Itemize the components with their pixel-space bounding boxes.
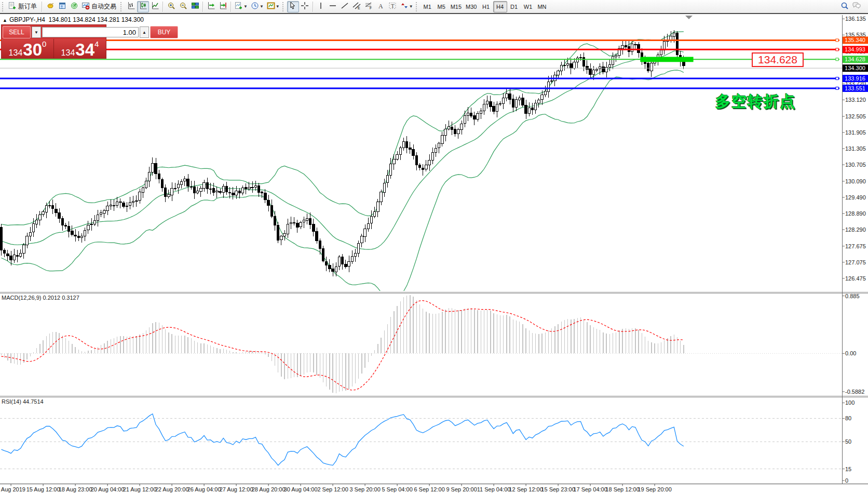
chart-shift-button[interactable] <box>217 1 229 12</box>
bar-chart-icon <box>127 2 135 12</box>
trendline-icon <box>341 2 349 12</box>
candlestick-chart-button[interactable] <box>137 1 149 12</box>
one-click-trading-panel: SELL ▼ ▲ BUY 134300 134344 <box>1 24 106 59</box>
svg-text:130.705: 130.705 <box>845 162 866 168</box>
symbol-name: GBPJPY-,H4 <box>9 16 45 23</box>
dropdown-caret-icon: ▼ <box>243 4 248 9</box>
chart-shift-icon <box>219 2 227 12</box>
support-zone-rectangle[interactable] <box>640 57 693 62</box>
time-axis[interactable]: 4 Aug 201915 Aug 12:0018 Aug 23:0020 Aug… <box>0 484 672 493</box>
indicators-button[interactable]: ▼ <box>233 1 249 12</box>
chat-button[interactable] <box>850 1 863 12</box>
crosshair-icon <box>301 2 309 12</box>
crosshair-button[interactable] <box>299 1 311 12</box>
svg-text:15 Sep 23:00: 15 Sep 23:00 <box>541 486 575 492</box>
price-level-badge-text: 133.551 <box>845 85 865 91</box>
vertical-line-button[interactable] <box>315 1 327 12</box>
toolbar-grip <box>2 2 5 11</box>
timeframe-MN[interactable]: MN <box>535 1 549 12</box>
svg-text:E: E <box>358 6 360 9</box>
buy-button[interactable]: BUY <box>150 26 178 38</box>
trendline-button[interactable] <box>339 1 351 12</box>
arrows-button[interactable]: ▼ <box>399 1 415 12</box>
equidistant-channel-button[interactable]: E <box>351 1 363 12</box>
level-endpoint-marker[interactable] <box>836 58 838 61</box>
zoom-out-button[interactable] <box>177 1 189 12</box>
templates-button[interactable]: ▼ <box>265 1 281 12</box>
sell-price[interactable]: 134300 <box>2 39 54 58</box>
search-button[interactable] <box>838 1 850 12</box>
blue-window-button[interactable] <box>56 1 68 12</box>
volume-increase-button[interactable]: ▲ <box>140 26 149 38</box>
fibonacci-button[interactable]: F <box>363 1 375 12</box>
bar-chart-button[interactable] <box>125 1 137 12</box>
svg-text:A: A <box>378 2 383 9</box>
volume-input[interactable] <box>42 27 139 37</box>
line-chart-icon <box>151 2 159 12</box>
collapse-panel-icon[interactable]: ▲ <box>3 18 7 23</box>
autotrading-label: 自动交易 <box>90 2 118 11</box>
turning-point-note[interactable]: 多空转折点 <box>715 91 796 112</box>
auto-scroll-button[interactable] <box>205 1 217 12</box>
chat-icon <box>852 2 861 12</box>
timeframe-W1[interactable]: W1 <box>521 1 535 12</box>
fibonacci-icon: F <box>364 2 373 12</box>
svg-text:128.890: 128.890 <box>845 210 866 217</box>
cursor-icon <box>289 2 297 12</box>
svg-text:28 Aug 20:00: 28 Aug 20:00 <box>252 486 286 492</box>
tile-windows-button[interactable] <box>189 1 201 12</box>
zoom-in-button[interactable] <box>165 1 177 12</box>
buy-price-sup: 4 <box>94 40 99 48</box>
level-endpoint-marker[interactable] <box>836 48 838 51</box>
macd-histogram <box>2 295 684 393</box>
equidistant-channel-icon: E <box>352 2 361 12</box>
horizontal-line-button[interactable] <box>327 1 339 12</box>
periods-button[interactable]: ▼ <box>249 1 265 12</box>
trade-panel-controls: SELL ▼ ▲ BUY <box>2 25 106 39</box>
toolbar-separator <box>162 2 164 12</box>
svg-text:11 Sep 04:00: 11 Sep 04:00 <box>477 486 511 492</box>
new-order-label: 新订单 <box>17 2 38 11</box>
svg-text:-0.5882: -0.5882 <box>845 389 864 395</box>
svg-text:0.00: 0.00 <box>845 350 856 356</box>
line-chart-button[interactable] <box>149 1 161 12</box>
text-button[interactable]: A <box>375 1 387 12</box>
price-level-badge-text: 133.916 <box>845 75 865 82</box>
timeframe-H4[interactable]: H4 <box>493 1 507 12</box>
sell-price-big: 30 <box>23 43 42 57</box>
level-endpoint-marker[interactable] <box>836 77 838 80</box>
text-label-button[interactable]: T <box>387 1 399 12</box>
arrows-icon <box>400 2 409 12</box>
level-endpoint-marker[interactable] <box>836 87 838 89</box>
timeframe-M15[interactable]: M15 <box>449 1 464 12</box>
svg-text:100: 100 <box>845 399 855 406</box>
svg-text:133.120: 133.120 <box>845 97 866 103</box>
price-levels-layer[interactable] <box>0 39 842 90</box>
svg-text:131.905: 131.905 <box>845 129 866 136</box>
radar-button[interactable] <box>68 1 80 12</box>
svg-text:17 Sep 04:00: 17 Sep 04:00 <box>573 486 607 492</box>
svg-text:26 Aug 04:00: 26 Aug 04:00 <box>187 486 221 492</box>
volume-decrease-button[interactable]: ▼ <box>32 26 41 38</box>
price-level-box-annotation[interactable]: 134.628 <box>752 52 804 67</box>
timeframe-M5[interactable]: M5 <box>435 1 449 12</box>
timeframe-D1[interactable]: D1 <box>507 1 521 12</box>
autotrading-button[interactable]: 自动交易 <box>80 1 119 12</box>
svg-text:6 Sep 12:00: 6 Sep 12:00 <box>414 486 444 492</box>
chart-shift-marker-icon[interactable] <box>685 16 693 19</box>
auto-scroll-icon <box>207 2 215 12</box>
sell-button[interactable]: SELL <box>3 26 31 38</box>
level-endpoint-marker[interactable] <box>836 39 838 42</box>
toolbar-separator <box>202 2 204 12</box>
timeframe-H1[interactable]: H1 <box>479 1 493 12</box>
buy-price[interactable]: 134344 <box>54 39 106 58</box>
price-level-badge-text: 134.300 <box>845 65 865 71</box>
gold-lamp-button[interactable] <box>44 1 56 12</box>
cursor-button[interactable] <box>287 1 299 12</box>
timeframe-M1[interactable]: M1 <box>421 1 435 12</box>
svg-text:20 Aug 04:00: 20 Aug 04:00 <box>91 486 125 492</box>
svg-text:30 Aug 04:00: 30 Aug 04:00 <box>284 486 318 492</box>
trade-panel-prices: 134300 134344 <box>2 39 106 58</box>
new-order-button[interactable]: 新订单 <box>7 1 40 12</box>
timeframe-M30[interactable]: M30 <box>464 1 479 12</box>
